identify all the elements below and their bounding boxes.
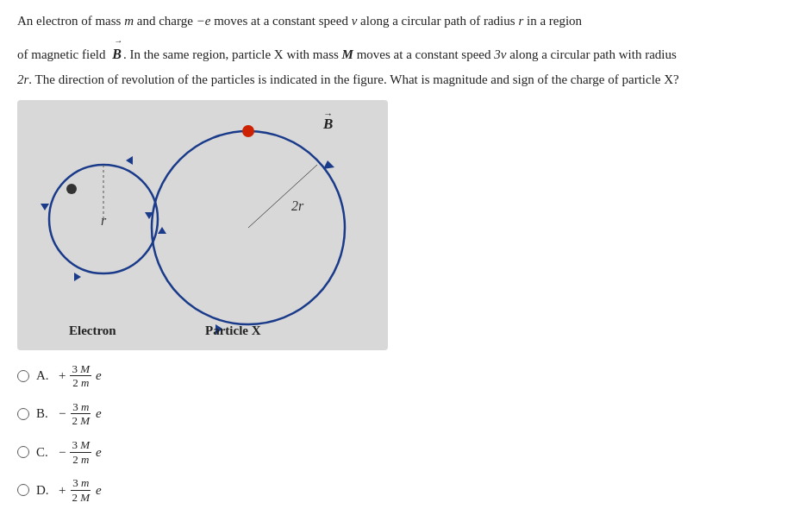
svg-marker-10 [323,160,334,169]
unit-C: e [96,445,102,460]
problem-line2: of magnetic field → B . In the same regi… [17,35,793,66]
unit-A: e [96,368,102,383]
frac-C-num: 3 M [70,438,91,453]
frac-C-den: 2 m [71,453,91,467]
option-row-B[interactable]: B. − 3 m 2 M e [17,400,795,428]
problem-line3: 2r. The direction of revolution of the p… [17,69,793,90]
frac-A-num: 3 M [70,362,91,377]
and-charge: and charge [137,14,197,28]
frac-A: 3 M 2 m [70,362,91,390]
frac-C: 3 M 2 m [70,438,91,466]
svg-line-9 [248,165,317,228]
option-label-A: A. + 3 M 2 m e [36,362,102,390]
problem-text: An electron of mass m and charge −e move… [17,10,793,90]
radius-var: r [518,14,523,28]
answer-options: A. + 3 M 2 m e B. − 3 m 2 M e C. − 3 M [17,362,795,505]
letter-A: A. [36,368,55,383]
svg-marker-4 [158,227,166,234]
radius-label: r [101,213,107,228]
option-label-B: B. − 3 m 2 M e [36,400,102,428]
svg-marker-3 [74,273,81,281]
unit-D: e [96,483,102,498]
frac-D-num: 3 m [71,476,91,491]
svg-point-8 [242,125,254,137]
svg-marker-5 [41,204,49,210]
mass-var: m [124,14,134,28]
particlex-label: Particle X [205,323,261,338]
radio-D[interactable] [17,484,29,496]
B-vector: → B [112,35,122,66]
sign-B: − [59,406,66,421]
electron-label: Electron [69,323,116,338]
frac-B-den: 2 M [70,414,91,428]
radio-B[interactable] [17,408,29,420]
radio-C[interactable] [17,446,29,458]
charge-expr: −e [197,14,211,28]
diagram: → B r 2r Elect [17,100,388,350]
frac-D-den: 2 M [70,491,91,505]
M-var: M [342,47,353,61]
speed-3v: 3v [494,47,506,61]
diagram-svg: r 2r [17,100,388,350]
sign-D: + [59,483,66,498]
frac-B: 3 m 2 M [70,400,91,428]
radius2-label: 2r [291,198,304,213]
option-row-A[interactable]: A. + 3 M 2 m e [17,362,795,390]
unit-B: e [96,406,102,421]
frac-A-den: 2 m [71,376,91,390]
frac-D: 3 m 2 M [70,476,91,504]
option-label-C: C. − 3 M 2 m e [36,438,102,466]
letter-D: D. [36,483,55,498]
frac-B-num: 3 m [71,400,91,415]
sign-A: + [59,368,66,383]
svg-point-1 [66,184,77,194]
letter-C: C. [36,445,55,460]
option-row-D[interactable]: D. + 3 m 2 M e [17,476,795,504]
radio-A[interactable] [17,370,29,382]
sign-C: − [59,445,66,460]
svg-marker-2 [126,156,133,165]
speed-var: v [352,14,358,28]
problem-line1: An electron of mass m and charge −e move… [17,10,793,31]
option-row-C[interactable]: C. − 3 M 2 m e [17,438,795,466]
option-label-D: D. + 3 m 2 M e [36,476,102,504]
letter-B: B. [36,406,55,421]
